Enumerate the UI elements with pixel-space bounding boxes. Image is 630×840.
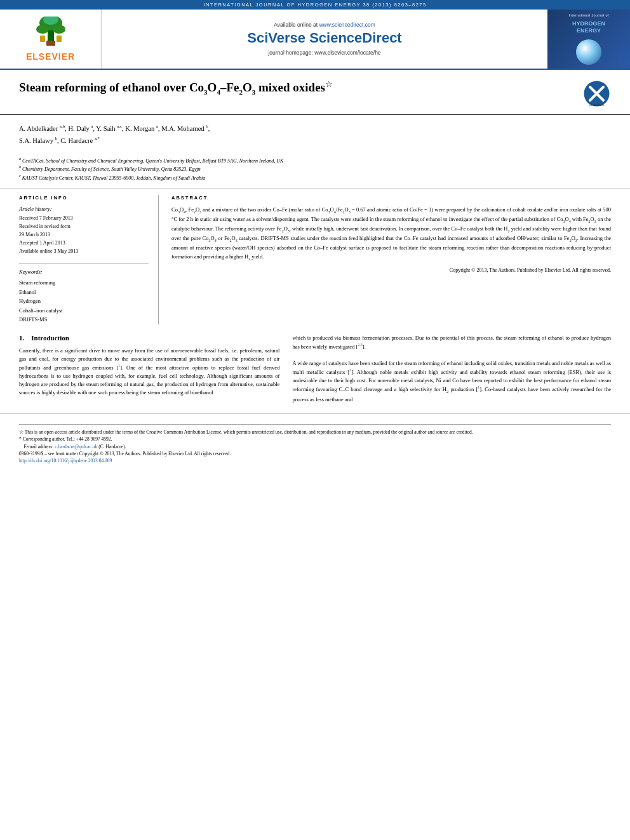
svg-rect-7 — [57, 36, 62, 42]
sciverse-title: SciVerse ScienceDirect — [247, 30, 401, 46]
top-banner: ELSEVIER Available online at www.science… — [0, 10, 630, 70]
article-dates: Received 7 February 2013 Received in rev… — [19, 215, 149, 255]
sciverse-part1: SciVerse — [247, 30, 309, 46]
svg-rect-6 — [40, 36, 45, 42]
elsevier-tree-icon — [29, 17, 73, 51]
journal-header-text: INTERNATIONAL JOURNAL OF HYDROGEN ENERGY… — [203, 2, 426, 8]
section-num: 1. — [19, 334, 24, 342]
star-note: ☆ — [325, 79, 333, 89]
hydrogen-journal-box: International Journal of HYDROGEN ENERGY — [547, 10, 630, 69]
abstract-header: ABSTRACT — [171, 195, 611, 201]
available-online-text: Available online at www.sciencedirect.co… — [274, 22, 375, 28]
journal-header-bar: INTERNATIONAL JOURNAL OF HYDROGEN ENERGY… — [0, 0, 630, 10]
body-col-left: 1. Introduction Currently, there is a si… — [19, 334, 279, 404]
info-abstract-row: ARTICLE INFO Article history: Received 7… — [0, 195, 630, 324]
intl-label: International Journal of — [568, 13, 608, 18]
svg-point-2 — [36, 25, 49, 34]
affiliations-section: a CenTACat, School of Chemistry and Chem… — [0, 152, 630, 189]
sciverse-box: Available online at www.sciencedirect.co… — [102, 10, 547, 69]
elsevier-label: ELSEVIER — [26, 51, 75, 62]
article-info-header: ARTICLE INFO — [19, 195, 149, 201]
revised-date: Received in revised form29 March 2013 — [19, 223, 149, 239]
svg-point-3 — [53, 25, 65, 34]
article-title-text: Steam reforming of ethanol over Co3O4–Fe… — [19, 79, 573, 97]
energy-label: ENERGY — [577, 27, 601, 34]
keyword-2: Ethanol — [19, 288, 149, 297]
keywords-list: Steam reforming Ethanol Hydrogen Cobalt–… — [19, 278, 149, 324]
crossmark-icon: CrossMark — [582, 79, 611, 108]
journal-homepage-text: journal homepage: www.elsevier.com/locat… — [268, 50, 380, 56]
abstract-text: Co3O4, Fe2O3 and a mixture of the two ox… — [171, 206, 611, 262]
corresponding-note: * Corresponding author. Tel.: +44 28 909… — [19, 436, 611, 443]
copyright-line: Copyright © 2013, The Authors. Published… — [171, 267, 611, 273]
svg-rect-5 — [46, 41, 55, 46]
body-col-right: which is produced via biomass fermentati… — [292, 334, 611, 404]
authors-line-2: S.A. Halawy b, C. Hardacre a,* — [19, 135, 611, 147]
issn-line: 0360-3199/$ – see front matter Copyright… — [19, 450, 611, 457]
section-heading: Introduction — [31, 334, 69, 342]
svg-text:CrossMark: CrossMark — [589, 103, 605, 107]
email-link[interactable]: c.hardacre@qub.ac.uk — [55, 444, 97, 450]
authors-line-1: A. Abdelkader a,b, H. Daly a, Y. Saih a,… — [19, 123, 611, 135]
doi-line: http://dx.doi.org/10.1016/j.ijhydene.201… — [19, 457, 611, 464]
body-content: 1. Introduction Currently, there is a si… — [0, 324, 630, 413]
footer-divider — [19, 424, 611, 425]
footer-notes: ☆ This is an open-access article distrib… — [0, 413, 630, 469]
intro-left-text: Currently, there is a significant drive … — [19, 347, 279, 397]
hydrogen-journal-title: HYDROGEN ENERGY — [572, 20, 605, 34]
doi-link[interactable]: http://dx.doi.org/10.1016/j.ijhydene.201… — [19, 458, 112, 463]
keyword-4: Cobalt–iron catalyst — [19, 306, 149, 315]
article-history-label: Article history: — [19, 206, 149, 212]
sciverse-part2: ScienceDirect — [309, 30, 402, 46]
authors-section: A. Abdelkader a,b, H. Daly a, Y. Saih a,… — [0, 115, 630, 152]
affiliation-b: b Chemistry Department, Faculty of Scien… — [19, 164, 611, 173]
star-note: ☆ This is an open-access article distrib… — [19, 429, 611, 436]
keyword-1: Steam reforming — [19, 278, 149, 287]
elsevier-logo-box: ELSEVIER — [0, 10, 102, 69]
email-line: E-mail address: c.hardacre@qub.ac.uk (C.… — [19, 443, 611, 450]
divider — [19, 263, 149, 263]
crossmark-badge[interactable]: CrossMark — [582, 79, 611, 108]
affiliation-a: a CenTACat, School of Chemistry and Chem… — [19, 156, 611, 165]
sciencedirect-link[interactable]: www.sciencedirect.com — [319, 22, 375, 28]
article-info-col: ARTICLE INFO Article history: Received 7… — [19, 195, 159, 324]
hydrogen-label: HYDROGEN — [572, 20, 605, 27]
intro-section-title: 1. Introduction — [19, 334, 279, 342]
keyword-3: Hydrogen — [19, 297, 149, 305]
article-title-section: Steam reforming of ethanol over Co3O4–Fe… — [0, 70, 630, 115]
keyword-5: DRIFTS-MS — [19, 315, 149, 324]
online-date: Available online 3 May 2013 — [19, 248, 149, 256]
abstract-col: ABSTRACT Co3O4, Fe2O3 and a mixture of t… — [159, 195, 611, 324]
accepted-date: Accepted 1 April 2013 — [19, 239, 149, 248]
article-title: Steam reforming of ethanol over Co3O4–Fe… — [19, 79, 573, 97]
hydrogen-sphere-graphic — [576, 39, 601, 65]
keywords-label: Keywords: — [19, 269, 149, 275]
affiliation-c: c KAUST Catalysis Center, KAUST, Thuwal … — [19, 173, 611, 182]
received-date: Received 7 February 2013 — [19, 215, 149, 223]
intro-right-text: which is produced via biomass fermentati… — [292, 334, 611, 404]
